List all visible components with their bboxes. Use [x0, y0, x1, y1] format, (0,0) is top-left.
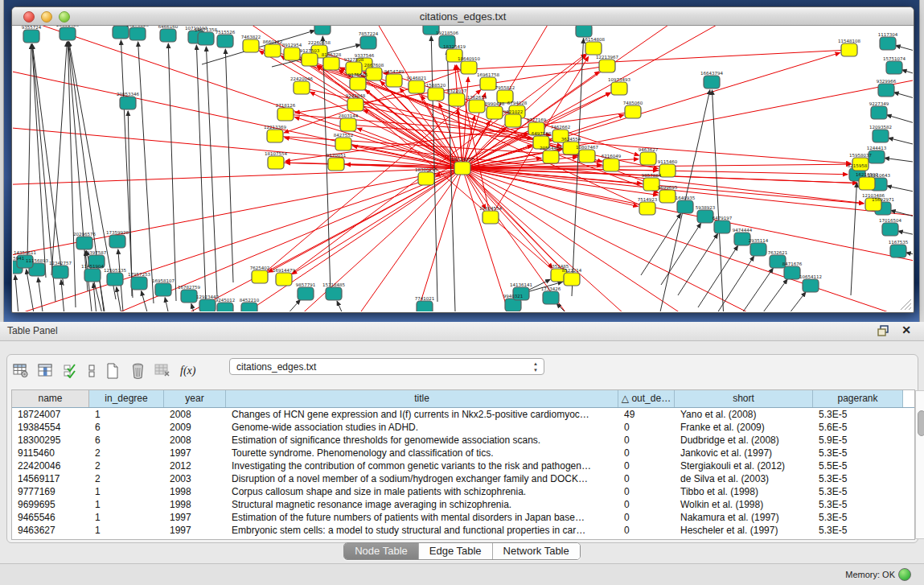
- table-cell[interactable]: 5.3E-5: [813, 524, 903, 537]
- table-cell[interactable]: 1998: [164, 498, 226, 511]
- citation-edge-black[interactable]: [748, 279, 787, 311]
- network-canvas[interactable]: 9355724206914061055328715276023646616010…: [13, 26, 913, 311]
- network-node-yellow[interactable]: [543, 150, 559, 163]
- network-node-yellow[interactable]: [418, 172, 434, 185]
- network-node-teal[interactable]: [52, 266, 68, 278]
- table-cell[interactable]: 2: [89, 447, 164, 459]
- network-node-yellow[interactable]: [335, 138, 351, 150]
- network-node-yellow[interactable]: [347, 98, 363, 111]
- table-cell[interactable]: 49: [618, 408, 675, 421]
- table-cell[interactable]: 5.3E-5: [813, 447, 903, 459]
- delete-rows-icon[interactable]: [129, 362, 146, 380]
- table-cell[interactable]: Corpus callosum shape and size in male p…: [226, 485, 618, 498]
- table-cell[interactable]: 9699695: [12, 498, 89, 511]
- table-cell[interactable]: Nakamura et al. (1997): [675, 511, 813, 524]
- table-cell[interactable]: 1997: [164, 524, 226, 537]
- network-node-teal[interactable]: [882, 223, 898, 236]
- citation-edge-black[interactable]: [225, 49, 233, 282]
- network-node-teal[interactable]: [697, 210, 713, 223]
- window-titlebar[interactable]: citations_edges.txt: [12, 7, 914, 26]
- citation-edge-black[interactable]: [713, 90, 724, 311]
- network-node-teal[interactable]: [543, 291, 559, 304]
- table-cell[interactable]: 0: [618, 421, 675, 434]
- network-node-teal[interactable]: [109, 235, 125, 248]
- network-node-teal[interactable]: [160, 29, 176, 42]
- citation-edge-red[interactable]: [13, 168, 462, 267]
- table-row[interactable]: 969969511998Structural magnetic resonanc…: [12, 498, 914, 511]
- table-cell[interactable]: Jankovic et al. (1997): [675, 447, 813, 459]
- network-node-teal[interactable]: [107, 273, 123, 286]
- table-cell[interactable]: 22420046: [12, 459, 89, 472]
- table-cell[interactable]: Changes of HCN gene expression and I(f) …: [226, 408, 618, 421]
- table-cell[interactable]: 5.6E-5: [813, 421, 903, 434]
- network-node-teal[interactable]: [873, 130, 889, 142]
- table-row[interactable]: 1830029562008Estimation of significance …: [12, 434, 914, 447]
- network-node-teal[interactable]: [314, 26, 331, 35]
- table-vertical-scrollbar[interactable]: [915, 390, 924, 539]
- table-cell[interactable]: 2008: [164, 434, 226, 447]
- table-cell[interactable]: Yano et al. (2008): [675, 408, 813, 421]
- network-node-teal[interactable]: [871, 106, 887, 119]
- table-cell[interactable]: 5.3E-5: [813, 511, 903, 524]
- citation-edge-red[interactable]: [462, 168, 769, 311]
- table-cell[interactable]: Structural magnetic resonance image aver…: [226, 498, 618, 511]
- network-node-teal[interactable]: [704, 76, 720, 89]
- table-cell[interactable]: Estimation of the future numbers of pati…: [226, 511, 618, 524]
- table-cell[interactable]: 1997: [164, 511, 226, 524]
- table-cell[interactable]: Disruption of a novel member of a sodium…: [226, 472, 618, 485]
- network-node-teal[interactable]: [217, 303, 233, 311]
- table-cell[interactable]: 6: [89, 434, 164, 447]
- table-cell[interactable]: 2012: [164, 459, 226, 472]
- network-node-yellow[interactable]: [268, 156, 284, 169]
- network-node-yellow[interactable]: [564, 273, 580, 286]
- table-cell[interactable]: 1998: [164, 485, 226, 498]
- citation-edge-black[interactable]: [337, 301, 350, 311]
- network-node-yellow[interactable]: [302, 53, 318, 66]
- table-cell[interactable]: 9463627: [12, 524, 89, 537]
- table-cell[interactable]: 9465546: [12, 511, 89, 524]
- network-node-teal[interactable]: [181, 290, 197, 303]
- network-node-teal[interactable]: [129, 27, 146, 40]
- network-node-yellow[interactable]: [859, 177, 875, 190]
- network-node-yellow[interactable]: [487, 106, 503, 119]
- citation-edge-black[interactable]: [165, 298, 171, 311]
- citation-edge-black[interactable]: [51, 42, 67, 275]
- table-cell[interactable]: 5.3E-5: [813, 408, 903, 421]
- network-node-yellow[interactable]: [461, 61, 477, 74]
- table-cell[interactable]: 0: [618, 472, 675, 485]
- citation-edge-black[interactable]: [885, 158, 913, 165]
- table-row[interactable]: 1456911722003Disruption of a novel membe…: [12, 472, 914, 485]
- table-cell[interactable]: Dudbridge et al. (2008): [675, 434, 813, 447]
- citation-edge-black[interactable]: [191, 304, 199, 311]
- network-node-yellow[interactable]: [267, 130, 283, 142]
- left-panel-edge[interactable]: [0, 0, 4, 322]
- table-cell[interactable]: Tibbo et al. (1998): [675, 485, 813, 498]
- network-node-teal[interactable]: [241, 303, 257, 311]
- network-node-yellow[interactable]: [454, 162, 470, 175]
- scrollbar-thumb[interactable]: [918, 410, 924, 436]
- table-cell[interactable]: 5.3E-5: [813, 472, 903, 485]
- table-row[interactable]: 977716911998Corpus callosum shape and si…: [12, 485, 914, 498]
- citation-edge-black[interactable]: [661, 223, 701, 285]
- network-node-teal[interactable]: [131, 277, 147, 290]
- network-node-teal[interactable]: [326, 287, 342, 300]
- citation-edge-red[interactable]: [455, 65, 462, 168]
- network-node-yellow[interactable]: [350, 77, 366, 90]
- network-node-yellow[interactable]: [480, 77, 496, 90]
- network-node-yellow[interactable]: [340, 118, 356, 131]
- table-row[interactable]: 946554611997Estimation of the future num…: [12, 511, 914, 524]
- citation-edge-black[interactable]: [894, 93, 913, 106]
- function-builder-icon[interactable]: f(x): [180, 365, 195, 377]
- network-node-yellow[interactable]: [276, 273, 292, 286]
- row-select-icon[interactable]: [62, 362, 80, 380]
- network-node-teal[interactable]: [417, 301, 433, 311]
- citation-edge-black[interactable]: [15, 275, 18, 311]
- table-cell[interactable]: 2009: [164, 421, 226, 434]
- network-node-teal[interactable]: [784, 266, 800, 279]
- table-cell[interactable]: 0: [618, 447, 675, 459]
- network-node-teal[interactable]: [198, 32, 214, 45]
- network-node-yellow[interactable]: [328, 158, 344, 171]
- table-cell[interactable]: 5.3E-5: [813, 485, 903, 498]
- table-cell[interactable]: 0: [618, 485, 675, 498]
- network-node-teal[interactable]: [803, 279, 819, 292]
